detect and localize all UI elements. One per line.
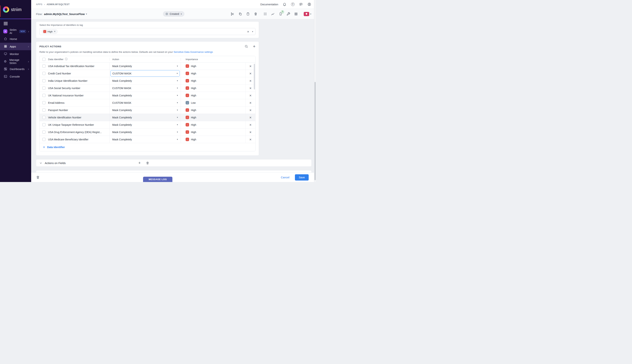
data-identifier-label: USA Drug Enforcement Agency (DEA) Regist… xyxy=(48,131,102,134)
select-all-checkbox[interactable] xyxy=(42,58,46,61)
sidebar-item-apps[interactable]: Apps › xyxy=(0,43,31,50)
delete-row-button[interactable]: × xyxy=(249,123,252,127)
actions-on-fields-section[interactable]: Actions on Fields + xyxy=(36,159,312,166)
topbar: APPS › ADMIN.MYSQLTEST Documentation ? xyxy=(31,0,316,9)
delete-row-button[interactable]: × xyxy=(249,72,252,75)
sidebar-item-monitor[interactable]: Monitor xyxy=(0,50,31,58)
status-dot-icon xyxy=(165,13,168,15)
help-icon[interactable]: ? xyxy=(291,2,295,6)
delete-row-button[interactable]: × xyxy=(249,108,252,112)
clear-select-icon[interactable]: × xyxy=(247,30,249,33)
app-shield-button[interactable]: ▾ xyxy=(304,12,311,16)
action-select-value: Mask Completely xyxy=(112,109,132,112)
delete-row-button[interactable]: × xyxy=(249,130,252,134)
sensitive-data-governance-link[interactable]: Sensitive Data Governance settings xyxy=(174,50,213,53)
delete-row-button[interactable]: × xyxy=(249,101,252,105)
cancel-button[interactable]: Cancel xyxy=(281,176,289,179)
table-scrollbar-thumb[interactable] xyxy=(254,64,255,90)
message-log-tab[interactable]: MESSAGE LOG xyxy=(143,177,172,182)
add-icon[interactable]: + xyxy=(253,44,256,48)
cut-icon[interactable] xyxy=(230,12,235,16)
sidebar-item-console[interactable]: Console xyxy=(0,73,31,80)
remove-chip-icon[interactable]: × xyxy=(54,30,56,33)
sidebar-item-label: Striim AI xyxy=(10,28,17,34)
striim-logo[interactable]: striim xyxy=(0,0,31,19)
breadcrumb-apps[interactable]: APPS xyxy=(36,3,42,6)
action-select[interactable]: Mask Completely ▾ xyxy=(110,92,180,98)
action-select[interactable]: CUSTOM MASK ▾ xyxy=(110,70,180,76)
action-select[interactable]: Mask Completely ▾ xyxy=(110,78,180,84)
info-icon[interactable]: ⓘ xyxy=(65,58,68,61)
save-button[interactable]: Save xyxy=(295,174,309,180)
importance-arrow: ↑ xyxy=(187,138,188,141)
add-icon[interactable]: + xyxy=(138,161,141,165)
importance-arrow: ↓ xyxy=(187,101,188,104)
sidebar-item-striim-ai[interactable]: ✦ Striim AI NEW › xyxy=(0,28,31,35)
delete-row-button[interactable]: × xyxy=(249,116,252,119)
delete-row-button[interactable]: × xyxy=(249,86,252,90)
row-checkbox[interactable] xyxy=(42,79,46,82)
add-data-identifier-button[interactable]: + Data Identifier xyxy=(40,143,255,151)
notifications-bell-icon[interactable] xyxy=(282,2,286,6)
importance-label: High xyxy=(191,65,196,68)
page-scrollbar-thumb[interactable] xyxy=(315,82,316,180)
table-row: Credit Card Number CUSTOM MASK ▾ ↑ High … xyxy=(40,70,255,77)
components-grid-icon[interactable] xyxy=(294,12,298,16)
table-body: USA Individual Tax Identification Number… xyxy=(40,62,255,143)
importance-arrow: ↑ xyxy=(187,79,188,82)
importance-tag-select[interactable]: ↑ High × × ▾ xyxy=(40,28,256,35)
row-checkbox[interactable] xyxy=(42,64,46,68)
copy-icon[interactable] xyxy=(238,12,242,16)
action-select[interactable]: CUSTOM MASK ▾ xyxy=(110,85,180,91)
action-select-value: CUSTOM MASK xyxy=(112,87,131,90)
delete-row-button[interactable]: × xyxy=(249,64,252,68)
action-select[interactable]: CUSTOM MASK ▾ xyxy=(110,100,180,106)
importance-icon: ↑ xyxy=(186,64,189,68)
row-checkbox[interactable] xyxy=(42,101,46,104)
account-icon[interactable] xyxy=(307,2,311,6)
apps-grid-icon[interactable] xyxy=(263,12,267,16)
documentation-link[interactable]: Documentation xyxy=(260,3,278,6)
action-select[interactable]: Mask Completely ▾ xyxy=(110,114,180,120)
action-select[interactable]: Mask Completely ▾ xyxy=(110,129,180,135)
action-select-value: Mask Completely xyxy=(112,123,132,126)
delete-row-button[interactable]: × xyxy=(249,138,252,141)
sidebar-item-manage-striim[interactable]: ⚙ Manage Striim › xyxy=(0,58,31,65)
row-checkbox[interactable] xyxy=(42,108,46,112)
chevron-down-icon[interactable]: ▾ xyxy=(252,30,253,32)
delete-row-button[interactable]: × xyxy=(249,79,252,83)
policy-actions-section: POLICY ACTIONS + Refer to your organizat… xyxy=(36,42,259,156)
metrics-icon[interactable] xyxy=(271,12,275,16)
row-checkbox[interactable] xyxy=(42,72,46,75)
menu-toggle-button[interactable] xyxy=(4,22,8,25)
row-checkbox[interactable] xyxy=(42,138,46,141)
action-select[interactable]: Mask Completely ▾ xyxy=(110,63,180,69)
flow-name: admin.MySQLTest_SourceFlow xyxy=(44,12,85,16)
delete-icon[interactable] xyxy=(146,161,150,165)
app-status-dropdown[interactable]: Created ▾ xyxy=(163,11,184,17)
delete-icon[interactable] xyxy=(253,12,258,16)
sidebar-item-home[interactable]: Home xyxy=(0,35,31,43)
row-checkbox[interactable] xyxy=(42,86,46,90)
feedback-icon[interactable] xyxy=(299,2,303,6)
tools-wrench-icon[interactable] xyxy=(286,12,290,16)
search-icon[interactable] xyxy=(244,44,249,48)
sidebar-item-dashboards[interactable]: Dashboards › xyxy=(0,65,31,73)
topbar-actions: Documentation ? xyxy=(260,2,311,6)
delete-icon[interactable] xyxy=(36,176,40,179)
column-action: Action xyxy=(110,58,119,61)
importance-label: High xyxy=(191,72,196,75)
row-checkbox[interactable] xyxy=(42,130,46,134)
row-checkbox[interactable] xyxy=(42,123,46,126)
flow-selector[interactable]: admin.MySQLTest_SourceFlow ▾ xyxy=(44,12,87,16)
paste-icon[interactable] xyxy=(246,12,250,16)
action-select[interactable]: Mask Completely ▾ xyxy=(110,136,180,142)
action-select[interactable]: Mask Completely ▾ xyxy=(110,107,180,113)
action-select[interactable]: Mask Completely ▾ xyxy=(110,122,180,128)
row-checkbox[interactable] xyxy=(42,94,46,97)
row-checkbox[interactable] xyxy=(42,116,46,119)
importance-arrow: ↑ xyxy=(187,65,188,68)
policy-description-text: Refer to your organization's policies on… xyxy=(40,50,174,53)
message-log-icon[interactable]: 0 xyxy=(278,12,283,16)
delete-row-button[interactable]: × xyxy=(249,94,252,97)
